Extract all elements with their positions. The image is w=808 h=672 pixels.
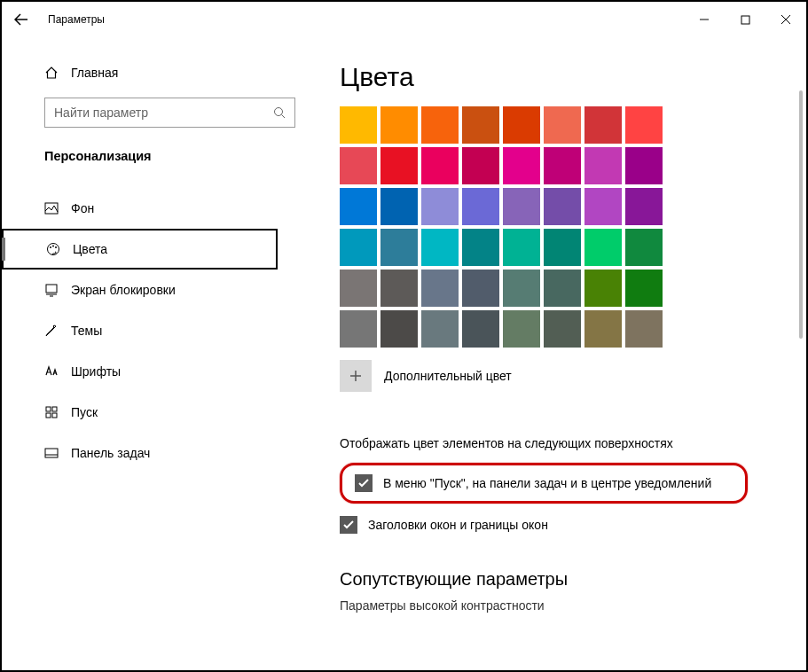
color-swatch[interactable] xyxy=(503,229,540,266)
sidebar: Главная Найти параметр Персонализация Фо… xyxy=(2,37,317,670)
scroll-thumb[interactable] xyxy=(799,90,803,339)
color-swatch[interactable] xyxy=(380,270,418,307)
color-swatch[interactable] xyxy=(380,310,418,348)
color-palette xyxy=(340,106,806,348)
color-swatch[interactable] xyxy=(625,188,663,225)
sidebar-item-taskbar[interactable]: Панель задач xyxy=(2,433,295,473)
svg-rect-8 xyxy=(46,407,51,411)
color-swatch[interactable] xyxy=(421,147,459,184)
color-swatch[interactable] xyxy=(340,270,377,307)
sidebar-item-label: Экран блокировки xyxy=(71,283,176,297)
color-swatch[interactable] xyxy=(584,270,622,307)
sidebar-item-background[interactable]: Фон xyxy=(2,188,295,229)
checkbox-titlebars[interactable] xyxy=(340,516,357,534)
custom-color-label: Дополнительный цвет xyxy=(384,369,512,383)
minimize-button[interactable] xyxy=(684,2,725,37)
color-swatch[interactable] xyxy=(544,310,581,348)
close-button[interactable] xyxy=(765,2,806,37)
svg-rect-9 xyxy=(52,407,57,411)
color-swatch[interactable] xyxy=(462,147,499,184)
window-title: Параметры xyxy=(48,13,105,26)
color-swatch[interactable] xyxy=(584,310,622,348)
color-swatch[interactable] xyxy=(625,229,663,266)
color-swatch[interactable] xyxy=(421,229,459,266)
color-swatch[interactable] xyxy=(380,229,418,266)
back-button[interactable] xyxy=(2,2,41,37)
color-swatch[interactable] xyxy=(380,106,418,144)
start-icon xyxy=(44,405,59,419)
color-swatch[interactable] xyxy=(462,310,499,348)
color-swatch[interactable] xyxy=(503,188,540,225)
search-icon xyxy=(273,106,286,119)
sidebar-item-colors[interactable]: Цвета xyxy=(2,229,278,270)
color-swatch[interactable] xyxy=(421,270,459,307)
color-swatch[interactable] xyxy=(380,188,418,225)
color-swatch[interactable] xyxy=(544,270,581,307)
color-swatch[interactable] xyxy=(340,310,377,348)
color-swatch[interactable] xyxy=(421,310,459,348)
svg-point-4 xyxy=(50,246,51,248)
color-swatch[interactable] xyxy=(584,229,622,266)
color-swatch[interactable] xyxy=(421,106,459,144)
plus-icon xyxy=(349,369,363,383)
color-swatch[interactable] xyxy=(503,270,540,307)
color-swatch[interactable] xyxy=(503,147,540,184)
search-input[interactable]: Найти параметр xyxy=(44,98,295,128)
search-placeholder: Найти параметр xyxy=(54,105,148,120)
sidebar-item-start[interactable]: Пуск xyxy=(2,392,295,433)
color-swatch[interactable] xyxy=(584,188,622,225)
scrollbar[interactable] xyxy=(797,37,803,667)
color-swatch[interactable] xyxy=(421,188,459,225)
color-swatch[interactable] xyxy=(544,106,581,144)
color-swatch[interactable] xyxy=(503,106,540,144)
color-swatch[interactable] xyxy=(625,106,663,144)
checkmark-icon xyxy=(357,477,370,489)
color-swatch[interactable] xyxy=(462,270,499,307)
sidebar-item-label: Пуск xyxy=(71,405,98,419)
color-swatch[interactable] xyxy=(462,106,499,144)
home-label: Главная xyxy=(71,66,118,80)
color-swatch[interactable] xyxy=(340,106,377,144)
color-swatch[interactable] xyxy=(544,188,581,225)
svg-rect-7 xyxy=(46,285,57,293)
sidebar-item-label: Панель задач xyxy=(71,446,150,460)
sidebar-item-fonts[interactable]: Шрифты xyxy=(2,351,295,392)
svg-point-6 xyxy=(55,246,57,248)
color-swatch[interactable] xyxy=(462,229,499,266)
checkbox-label: В меню "Пуск", на панели задач и в центр… xyxy=(383,476,711,490)
color-swatch[interactable] xyxy=(462,188,499,225)
maximize-button[interactable] xyxy=(725,2,765,37)
color-swatch[interactable] xyxy=(625,310,663,348)
sidebar-item-label: Фон xyxy=(71,201,94,215)
palette-icon xyxy=(46,242,60,256)
picture-icon xyxy=(44,201,59,215)
lockscreen-icon xyxy=(44,283,59,297)
color-swatch[interactable] xyxy=(503,310,540,348)
color-swatch[interactable] xyxy=(584,147,622,184)
sidebar-item-label: Цвета xyxy=(73,242,107,256)
color-swatch[interactable] xyxy=(544,147,581,184)
surfaces-heading: Отображать цвет элементов на следующих п… xyxy=(340,436,806,450)
back-arrow-icon xyxy=(14,12,28,27)
home-link[interactable]: Главная xyxy=(44,66,295,80)
color-swatch[interactable] xyxy=(625,270,663,307)
color-swatch[interactable] xyxy=(544,229,581,266)
sidebar-item-lockscreen[interactable]: Экран блокировки xyxy=(2,270,295,310)
window-controls xyxy=(684,2,806,37)
color-swatch[interactable] xyxy=(340,147,377,184)
color-swatch[interactable] xyxy=(340,229,377,266)
high-contrast-link[interactable]: Параметры высокой контрастности xyxy=(340,598,806,613)
sidebar-item-themes[interactable]: Темы xyxy=(2,310,295,351)
color-swatch[interactable] xyxy=(625,147,663,184)
maximize-icon xyxy=(741,15,750,25)
color-swatch[interactable] xyxy=(380,147,418,184)
svg-rect-0 xyxy=(741,16,749,24)
custom-color-button[interactable] xyxy=(340,360,372,392)
fonts-icon xyxy=(44,364,59,379)
color-swatch[interactable] xyxy=(584,106,622,144)
taskbar-icon xyxy=(44,446,59,460)
minimize-icon xyxy=(699,14,710,25)
sidebar-item-label: Шрифты xyxy=(71,364,121,379)
color-swatch[interactable] xyxy=(340,188,377,225)
checkbox-start-taskbar[interactable] xyxy=(355,474,373,492)
